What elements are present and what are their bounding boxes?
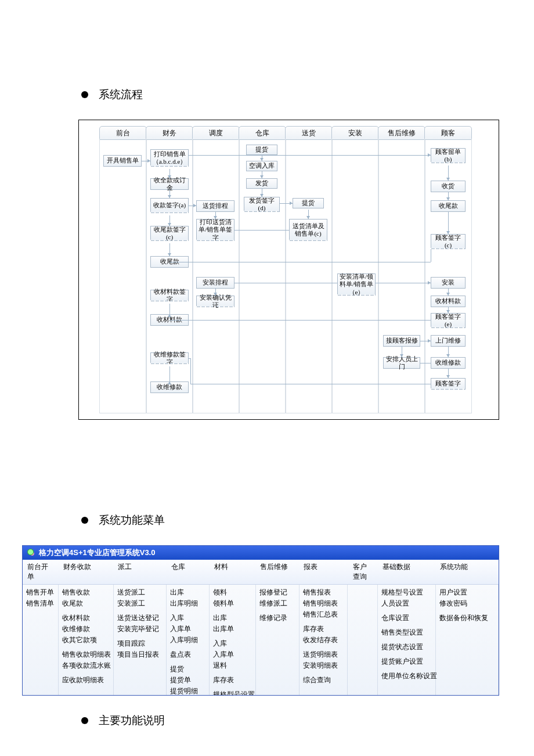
menu-item[interactable]: 入库 (213, 638, 252, 649)
menu-item[interactable]: 收材料款 (62, 613, 110, 624)
menu-window: 格力空调4S+1专业店管理系统V3.0 前台开单财务收款派工仓库材料售后维修报表… (22, 545, 499, 696)
menu-item[interactable]: 安装派工 (117, 598, 163, 609)
heading-features: 主要功能说明 (81, 713, 517, 728)
menu-item[interactable]: 送货明细表 (303, 649, 344, 660)
flow-node: 发货签字(d) (244, 197, 280, 212)
menu-item[interactable]: 安装明细表 (303, 660, 344, 671)
menu-item[interactable]: 收尾款 (62, 598, 110, 609)
menubar-item[interactable]: 派工 (113, 560, 166, 584)
menu-item[interactable]: 领料 (213, 587, 252, 598)
menubar-item[interactable]: 财务收款 (59, 560, 113, 584)
heading-menu: 系统功能菜单 (81, 513, 517, 528)
flow-diagram-frame: 前台财务调度仓库送货安装售后维修顾客开具销售单打印销售单（a.b.c.d.e）收… (78, 120, 499, 420)
menubar-item[interactable]: 前台开单 (23, 560, 59, 584)
menu-item[interactable]: 各项收款流水账 (62, 660, 110, 671)
flow-node: 送货排程 (196, 200, 234, 212)
menu-item[interactable]: 提货 (170, 664, 205, 675)
menu-item[interactable]: 入库 (170, 613, 205, 624)
menu-column: 规格型号设置人员设置仓库设置销售类型设置提货状态设置提货账户设置使用单位名称设置 (378, 585, 436, 695)
menu-item[interactable]: 退料 (213, 660, 252, 671)
menu-column: 销售收款收尾款收材料款收维修款收其它款项销售收款明细表各项收款流水账应收款明细表 (59, 585, 114, 695)
menu-item[interactable]: 销售类型设置 (381, 627, 432, 638)
flow-node: 收维修款 (431, 357, 466, 369)
menu-item[interactable]: 使用单位名称设置 (381, 671, 432, 682)
menu-item[interactable]: 送货派工 (117, 587, 163, 598)
swimlane-header: 送货 (285, 126, 333, 140)
flow-node: 接顾客报修 (383, 335, 420, 347)
swimlane-body (285, 139, 333, 413)
menu-item[interactable]: 入库单 (213, 649, 252, 660)
flow-node: 提货 (246, 145, 277, 155)
flow-node: 安装排程 (196, 277, 234, 289)
menu-item[interactable]: 出库 (213, 613, 252, 624)
swimlane-header: 财务 (146, 126, 193, 140)
menu-item[interactable]: 销售清单 (26, 598, 55, 609)
menu-item[interactable]: 出库明细 (170, 598, 205, 609)
flow-node: 顾客留单(b) (431, 148, 466, 163)
menu-item[interactable]: 出库单 (213, 624, 252, 635)
flow-diagram: 前台财务调度仓库送货安装售后维修顾客开具销售单打印销售单（a.b.c.d.e）收… (85, 126, 493, 413)
menu-item[interactable]: 项目当日报表 (117, 649, 163, 660)
menu-item[interactable]: 提货单 (170, 675, 205, 686)
menu-item[interactable]: 维修派工 (259, 598, 295, 609)
menu-item[interactable]: 用户设置 (439, 587, 495, 598)
menu-item[interactable]: 销售汇总表 (303, 609, 344, 620)
flow-node: 收材料款 (431, 296, 466, 307)
menu-item[interactable]: 库存表 (303, 624, 344, 635)
flow-node: 顾客签字 (431, 378, 466, 390)
menubar-item[interactable]: 客户查询 (348, 560, 378, 584)
menu-item[interactable]: 库存表 (213, 675, 252, 686)
menu-item[interactable]: 销售报表 (303, 587, 344, 598)
heading-text: 系统流程 (99, 87, 143, 102)
menubar-item[interactable]: 报表 (299, 560, 348, 584)
menubar-item[interactable]: 材料 (210, 560, 255, 584)
menu-item[interactable]: 送货送达登记 (117, 613, 163, 624)
menu-item[interactable]: 规格型号设置 (381, 587, 432, 598)
menubar-item[interactable]: 售后维修 (255, 560, 299, 584)
menu-item[interactable]: 修改密码 (439, 598, 495, 609)
menu-item[interactable]: 提货账户设置 (381, 656, 432, 667)
menubar: 前台开单财务收款派工仓库材料售后维修报表客户查询基础数据系统功能 (23, 560, 499, 585)
menu-item[interactable]: 提货明细 (170, 686, 205, 695)
menu-item[interactable]: 入库单 (170, 624, 205, 635)
menubar-item[interactable]: 仓库 (167, 560, 210, 584)
swimlane-header: 安装 (331, 126, 379, 140)
menu-item[interactable]: 应收款明细表 (62, 675, 110, 686)
menu-item[interactable]: 销售收款 (62, 587, 110, 598)
menu-item[interactable]: 综合查询 (303, 675, 344, 686)
menu-item[interactable]: 收发结存表 (303, 635, 344, 646)
menu-item[interactable]: 销售开单 (26, 587, 55, 598)
menu-item[interactable]: 报修登记 (259, 587, 295, 598)
menu-column (348, 585, 377, 695)
flow-node: 空调入库 (246, 161, 277, 171)
flow-node: 安装确认凭证 (196, 296, 234, 307)
menu-item[interactable]: 出库 (170, 587, 205, 598)
menu-item[interactable]: 项目跟踪 (117, 638, 163, 649)
menubar-item[interactable]: 基础数据 (378, 560, 435, 584)
menu-item[interactable]: 维修记录 (259, 613, 295, 624)
swimlane-header: 前台 (99, 126, 147, 140)
menu-item[interactable]: 销售收款明细表 (62, 649, 110, 660)
menu-item[interactable]: 销售明细表 (303, 598, 344, 609)
bullet-icon (81, 717, 88, 724)
menu-item[interactable]: 数据备份和恢复 (439, 613, 495, 624)
flow-node: 安装 (431, 277, 466, 289)
menu-item[interactable]: 人员设置 (381, 598, 432, 609)
menubar-item[interactable]: 系统功能 (435, 560, 499, 584)
menu-item[interactable]: 入库明细 (170, 635, 205, 646)
titlebar: 格力空调4S+1专业店管理系统V3.0 (23, 546, 499, 560)
menu-item[interactable]: 收维修款 (62, 624, 110, 635)
menu-item[interactable]: 提货状态设置 (381, 642, 432, 653)
menu-item[interactable]: 领料单 (213, 598, 252, 609)
swimlane-header: 售后维修 (378, 126, 425, 140)
menu-item[interactable]: 收其它款项 (62, 635, 110, 646)
menu-item[interactable]: 安装完毕登记 (117, 624, 163, 635)
menu-column: 报修登记维修派工维修记录 (256, 585, 300, 695)
menu-item[interactable]: 仓库设置 (381, 613, 432, 624)
flow-node: 收尾款 (431, 200, 466, 212)
menu-item[interactable]: 规格型号设置 (213, 689, 252, 695)
menu-body: 销售开单销售清单销售收款收尾款收材料款收维修款收其它款项销售收款明细表各项收款流… (23, 585, 499, 695)
flow-node: 提货 (293, 198, 324, 208)
menu-item[interactable]: 盘点表 (170, 649, 205, 660)
flow-node: 发货 (246, 178, 277, 189)
